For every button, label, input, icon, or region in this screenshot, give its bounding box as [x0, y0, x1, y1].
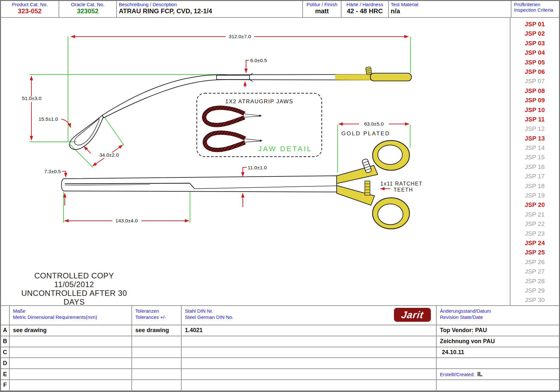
dim-overall-length: 312.0±7.0	[229, 34, 251, 39]
product-cat-value: 323-052	[3, 7, 57, 15]
test-material-cell: Test Material n/a	[389, 1, 511, 18]
drawing-sheet: Product Cat. No. 323-052 Oracle Cat. No.…	[0, 0, 560, 392]
jarit-logo-text: Jarit	[401, 310, 424, 320]
finish-cell: Politur / Finish matt	[303, 1, 342, 18]
ring-inner-side	[74, 118, 99, 145]
jsp-item-03: JSP 03	[510, 39, 559, 48]
dim-ring-width: 15.5±1.0	[39, 116, 58, 122]
instrument-top-view	[62, 176, 337, 192]
dim-handle-gold-length: 63.0±5.0	[364, 121, 384, 127]
tol-label-en: Tolerances +/-	[135, 314, 181, 320]
gold-handle-cap	[370, 73, 411, 81]
footer-steel-header: Stahl DIN Nr. Steel German DIN No. Jarit	[182, 306, 437, 325]
stamp-line2: 11/05/2012	[11, 280, 138, 289]
oracle-cat-value: 323052	[61, 7, 114, 15]
inspection-label-de: Prüfkriterien	[514, 2, 559, 7]
description-value: ATRAU RING FCP, CVD, 12-1/4	[119, 7, 300, 15]
dims-value: see drawing	[13, 327, 47, 334]
hardness-label: Härte / Hardness	[343, 2, 386, 7]
finish-value: matt	[305, 7, 339, 15]
jsp-item-19: JSP 19	[510, 191, 559, 200]
dim-ring-length: 34.0±2.0	[99, 152, 119, 158]
footer-dims-header: Maße Metric Dimensional Requirements(mm)	[10, 306, 132, 325]
technical-drawing-area: 312.0±7.0 6.0±0.5 51.0±3.0 15.5±1.0 34.0…	[1, 18, 510, 306]
jsp-item-20: JSP 20	[510, 200, 559, 209]
dim-jaw-length: 143.0±4.0	[116, 218, 138, 223]
jsp-item-13: JSP 13	[510, 134, 559, 143]
jsp-item-22: JSP 22	[510, 219, 559, 229]
ratchet-bar	[365, 181, 370, 195]
lower-ring-inner	[378, 204, 403, 225]
steel-value: 1.4021	[185, 327, 203, 334]
jsp-item-16: JSP 16	[510, 162, 559, 172]
footer-row-f: F	[1, 380, 559, 391]
inspection-label-en: Inspection Criteria	[514, 7, 559, 13]
jsp-item-02: JSP 02	[510, 29, 559, 38]
row-letter: E	[1, 369, 10, 380]
dim-curve-height: 51.0±3.0	[22, 95, 42, 101]
footer-revision-header: Änderungsstand/Datum Revision State/Date	[437, 306, 559, 325]
jarit-logo: Jarit	[394, 308, 431, 322]
hardness-value: 42 - 48 HRC	[343, 7, 386, 15]
controlled-copy-stamp: CONTROLLED COPY 11/05/2012 UNCONTROLLED …	[11, 271, 138, 306]
product-cat-label: Product Cat. No.	[3, 2, 57, 7]
footer-title-block: Maße Metric Dimensional Requirements(mm)…	[1, 306, 559, 391]
dim-jaw-width: 7.3±0.5	[44, 169, 61, 174]
oracle-cat-cell: Oracle Cat. No. 323052	[59, 1, 117, 18]
jsp-item-26: JSP 26	[510, 257, 559, 267]
footer-row-c: C 24.10.11	[1, 347, 559, 358]
created-label: Erstellt/Created:	[440, 372, 475, 377]
product-cat-cell: Product Cat. No. 323-052	[1, 1, 59, 18]
jsp-item-07: JSP 07	[510, 76, 559, 86]
jsp-item-11: JSP 11	[510, 115, 559, 124]
footer-letter-header	[1, 306, 10, 325]
rev-label-en: Revision State/Date	[440, 314, 559, 320]
jsp-item-30: JSP 30	[510, 295, 559, 305]
jsp-item-12: JSP 12	[510, 124, 559, 133]
jsp-item-21: JSP 21	[510, 210, 559, 219]
revision-value: Top Vendor: PAU	[440, 327, 487, 334]
jsp-item-14: JSP 14	[510, 143, 559, 152]
footer-row-d: D	[1, 358, 559, 369]
row-letter: A	[1, 325, 10, 336]
jsp-item-04: JSP 04	[510, 48, 559, 57]
jsp-item-23: JSP 23	[510, 229, 559, 238]
gold-shaft-section	[335, 74, 371, 80]
revision-value: Zeichnung von PAU	[440, 338, 495, 345]
jsp-item-29: JSP 29	[510, 286, 559, 295]
footer-row-e: E Erstellt/Created: IL	[1, 369, 559, 380]
test-material-value: n/a	[391, 7, 509, 15]
inspection-criteria-list: JSP 01JSP 02JSP 03JSP 04JSP 05JSP 06JSP …	[510, 18, 559, 306]
row-letter: D	[1, 358, 10, 369]
row-letter: B	[1, 336, 10, 347]
hardness-cell: Härte / Hardness 42 - 48 HRC	[342, 1, 389, 18]
stamp-line1: CONTROLLED COPY	[11, 271, 138, 280]
stamp-line3: UNCONTROLLED AFTER 30 DAYS	[11, 289, 138, 306]
gold-plated-label: GOLD PLATED	[342, 130, 390, 137]
jsp-item-15: JSP 15	[510, 152, 559, 162]
dims-label-de: Maße	[13, 308, 131, 314]
box-lock-slot	[217, 75, 250, 80]
jsp-item-05: JSP 05	[510, 58, 559, 67]
ring-outer-side	[70, 115, 103, 150]
inspection-criteria-header: Prüfkriterien Inspection Criteria	[511, 1, 559, 18]
revision-value: 24.10.11	[442, 349, 464, 356]
ratchet-label-line2: TEETH	[394, 187, 413, 193]
jsp-item-10: JSP 10	[510, 105, 559, 115]
jsp-item-08: JSP 08	[510, 86, 559, 95]
description-label: Beschreibung / Description	[119, 2, 300, 7]
footer-row-b: B Zeichnung von PAU	[1, 336, 559, 347]
tol-label-de: Toleranzen	[135, 308, 181, 314]
footer-tolerances-header: Toleranzen Tolerances +/-	[132, 306, 182, 325]
jsp-item-18: JSP 18	[510, 181, 559, 191]
upper-shank	[337, 165, 378, 184]
dim-boxlock-width: 11.0±1.0	[248, 165, 267, 170]
jsp-item-17: JSP 17	[510, 172, 559, 181]
jsp-item-01: JSP 01	[510, 19, 559, 29]
description-cell: Beschreibung / Description ATRAU RING FC…	[117, 1, 303, 18]
jsp-item-06: JSP 06	[510, 67, 559, 76]
jsp-item-24: JSP 24	[510, 238, 559, 248]
instrument-drawing: 312.0±7.0 6.0±0.5 51.0±3.0 15.5±1.0 34.0…	[1, 18, 510, 305]
jsp-item-09: JSP 09	[510, 95, 559, 105]
jaw-box-title: 1X2 ATRAUGRIP JAWS	[225, 98, 293, 105]
